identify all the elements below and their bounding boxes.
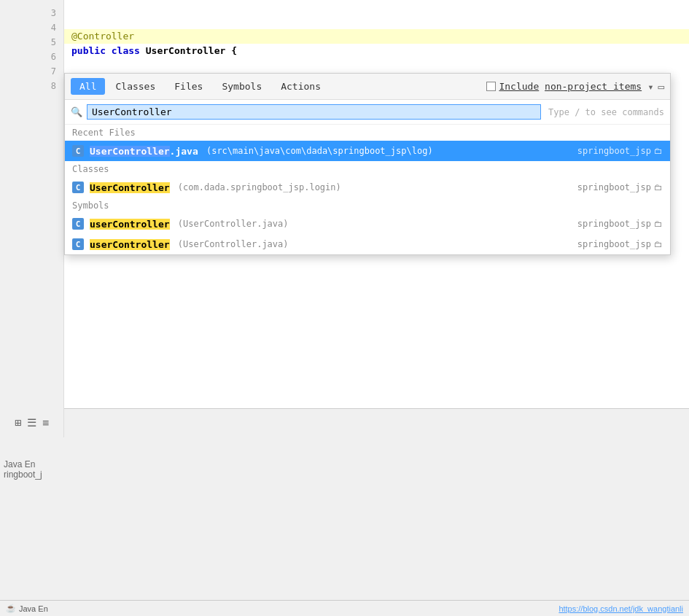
tab-actions[interactable]: Actions xyxy=(272,78,330,95)
java-env-label: Java En xyxy=(19,604,48,613)
bottom-panel xyxy=(0,408,689,616)
tab-bar: All Classes Files Symbols Actions Includ… xyxy=(65,74,670,100)
sidebar-project-label: Java En ringboot_j xyxy=(4,459,42,480)
grid-icon[interactable]: ≡ xyxy=(42,416,49,429)
search-icon: 🔍 xyxy=(71,106,82,117)
code-line-4 xyxy=(64,15,689,29)
project-folder-icon-3: 🗀 xyxy=(654,219,663,229)
layout-icon[interactable]: ▭ xyxy=(658,81,664,93)
code-line-6: public class UserController { xyxy=(64,44,689,58)
code-area: @Controller public class UserController … xyxy=(64,0,689,80)
result-project-4: springboot_jsp xyxy=(577,239,651,249)
search-input[interactable] xyxy=(87,104,541,120)
project-folder-icon-2: 🗀 xyxy=(654,182,663,192)
section-recent-files: Recent Files xyxy=(65,125,670,141)
project-folder-icon: 🗀 xyxy=(654,146,663,156)
line-6: 6 xyxy=(0,50,63,64)
filter-icon[interactable]: ▾ xyxy=(647,81,653,93)
code-line-5: @Controller xyxy=(64,29,689,44)
result-project-2: springboot_jsp xyxy=(577,182,651,192)
result-context-4: (UserController.java) xyxy=(173,239,289,249)
bottom-toolbar: ⊞ ☰ ≡ xyxy=(0,408,64,437)
line-4: 4 xyxy=(0,20,63,35)
status-bar: ☕ Java En https://blog.csdn.net/jdk_wang… xyxy=(0,600,689,616)
result-project: springboot_jsp xyxy=(577,146,651,156)
search-hint: Type / to see commands xyxy=(548,107,664,117)
result-icon-c-3: C xyxy=(72,218,84,230)
result-context: (src\main\java\com\dada\springboot_jsp\l… xyxy=(201,146,433,156)
project-folder-icon-4: 🗀 xyxy=(654,239,663,249)
list-icon[interactable]: ☰ xyxy=(27,416,36,429)
result-icon-c-2: C xyxy=(72,182,84,193)
include-non-project-checkbox[interactable] xyxy=(486,82,496,91)
section-classes: Classes xyxy=(65,161,670,177)
code-line-3 xyxy=(64,0,689,15)
result-icon-c-4: C xyxy=(72,238,84,250)
tab-all[interactable]: All xyxy=(71,78,105,95)
line-3: 3 xyxy=(0,6,63,20)
search-row: 🔍 Type / to see commands xyxy=(65,100,670,125)
line-5: 5 xyxy=(0,35,63,50)
result-name: UserController.java xyxy=(90,146,198,157)
java-env-icon: ☕ xyxy=(6,604,16,613)
result-name-3: userController xyxy=(90,219,170,230)
terminal-icon[interactable]: ⊞ xyxy=(15,416,21,429)
search-popup: All Classes Files Symbols Actions Includ… xyxy=(64,73,671,255)
line-8: 8 xyxy=(0,79,63,93)
line-7: 7 xyxy=(0,64,63,79)
result-row-symbol-2[interactable]: C userController (UserController.java) s… xyxy=(65,234,670,254)
status-left: ☕ Java En xyxy=(6,604,48,613)
result-row-usercontroller-class[interactable]: C UserController (com.dada.springboot_js… xyxy=(65,177,670,198)
tab-symbols[interactable]: Symbols xyxy=(213,78,270,95)
result-row-usercontroller-java[interactable]: C UserController.java (src\main\java\com… xyxy=(65,141,670,161)
result-name-2: UserController xyxy=(90,182,170,193)
result-icon-c: C xyxy=(72,145,84,157)
result-row-symbol-1[interactable]: C userController (UserController.java) s… xyxy=(65,214,670,234)
tab-files[interactable]: Files xyxy=(166,78,211,95)
results-area: Recent Files C UserController.java (src\… xyxy=(65,125,670,254)
tab-classes[interactable]: Classes xyxy=(106,78,164,95)
include-non-project-label: Include non-project items xyxy=(486,81,642,92)
line-numbers-gutter: 3 4 5 6 7 8 xyxy=(0,0,64,408)
status-url[interactable]: https://blog.csdn.net/jdk_wangtianli xyxy=(558,604,683,613)
result-name-4: userController xyxy=(90,239,170,250)
result-context-3: (UserController.java) xyxy=(173,219,289,229)
section-symbols: Symbols xyxy=(65,198,670,214)
result-project-3: springboot_jsp xyxy=(577,219,651,229)
result-context-2: (com.dada.springboot_jsp.login) xyxy=(173,182,341,192)
